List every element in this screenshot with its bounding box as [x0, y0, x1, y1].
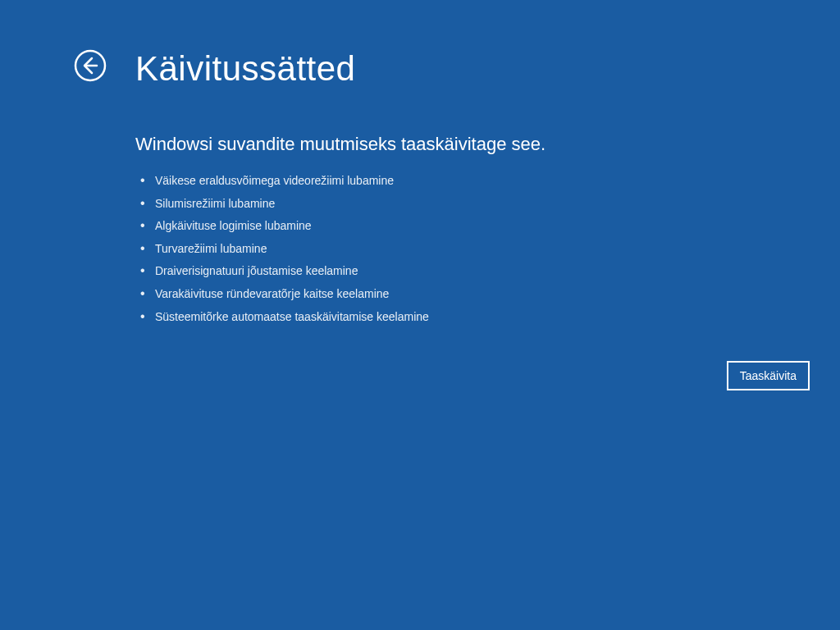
restart-button[interactable]: Taaskäivita: [727, 361, 810, 390]
list-item: Draiverisignatuuri jõustamise keelamine: [135, 263, 840, 280]
startup-options-list: Väikese eraldusvõimega videorežiimi luba…: [135, 173, 840, 325]
list-item: Algkäivituse logimise lubamine: [135, 218, 840, 235]
list-item: Silumisrežiimi lubamine: [135, 196, 840, 212]
list-item: Turvarežiimi lubamine: [135, 241, 840, 258]
page-subtitle: Windowsi suvandite muutmiseks taaskäivit…: [135, 134, 840, 155]
back-button[interactable]: [74, 49, 107, 82]
page-title: Käivitussätted: [135, 49, 840, 89]
list-item: Süsteemitõrke automaatse taaskäivitamise…: [135, 309, 840, 326]
arrow-left-circle-icon: [74, 49, 107, 82]
list-item: Varakäivituse ründevaratõrje kaitse keel…: [135, 286, 840, 303]
list-item: Väikese eraldusvõimega videorežiimi luba…: [135, 173, 840, 189]
